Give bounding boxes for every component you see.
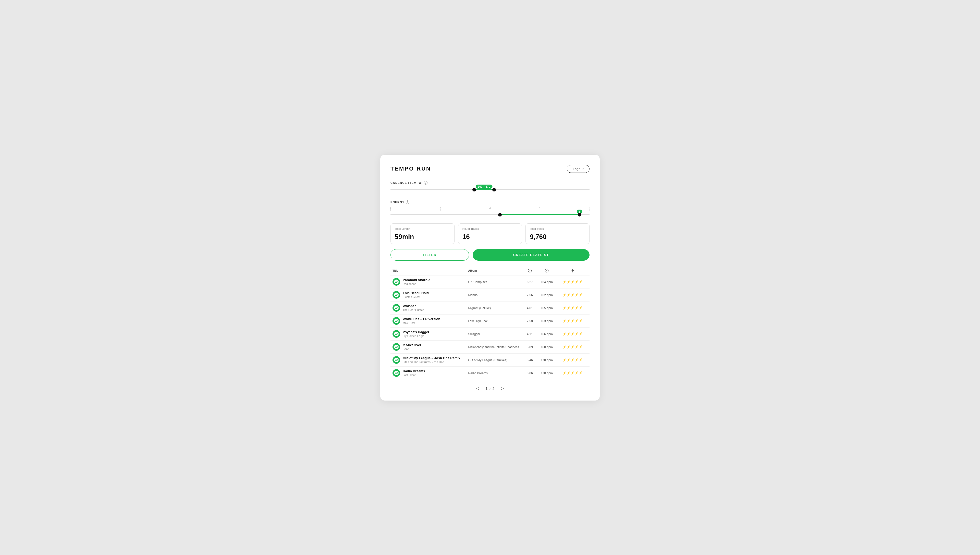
track-album-cell: Migrant (Deluxe) <box>466 301 522 314</box>
track-duration: 3:06 <box>527 371 533 375</box>
track-name: Out of My League – Josh One Remix <box>403 356 460 360</box>
prev-page-button[interactable]: < <box>474 385 481 392</box>
track-name: Paranoid Android <box>403 278 431 282</box>
table-row: White Lies – EP Version Max Frost Low Hi… <box>391 314 589 327</box>
track-energy-cell: ⚡⚡⚡⚡⚡ <box>556 353 589 366</box>
track-duration-cell: 4:11 <box>522 327 538 340</box>
track-bpm: 170 bpm <box>541 358 553 362</box>
track-duration-cell: 6:27 <box>522 275 538 288</box>
spotify-icon <box>392 278 400 286</box>
track-duration: 4:01 <box>527 306 533 310</box>
spotify-icon <box>392 291 400 299</box>
table-row: It Ain't Over Shad Melancholy and the In… <box>391 340 589 353</box>
track-bpm-cell: 162 bpm <box>538 288 556 301</box>
track-bpm-cell: 160 bpm <box>538 340 556 353</box>
track-name: Radio Dreams <box>403 369 425 373</box>
spotify-icon <box>392 369 400 377</box>
track-title-cell: This Head I Hold Electric Guest <box>391 288 466 301</box>
track-album: OK Computer <box>468 280 487 284</box>
track-duration: 3:09 <box>527 345 533 349</box>
track-bpm-cell: 165 bpm <box>538 301 556 314</box>
controls-section: CADENCE (TEMPO) ? 160 – 170 ENERGY ? <box>391 181 589 218</box>
track-artist: The Dear Hunter <box>403 308 424 311</box>
energy-thumb-left[interactable] <box>498 213 502 217</box>
cadence-control: CADENCE (TEMPO) ? 160 – 170 <box>391 181 589 193</box>
track-album: Radio Dreams <box>468 371 488 375</box>
track-artist: Shad <box>403 348 421 351</box>
track-energy-icons: ⚡⚡⚡⚡⚡ <box>557 358 588 362</box>
track-album: Migrant (Deluxe) <box>468 306 491 310</box>
track-bpm: 162 bpm <box>541 294 553 297</box>
track-name: Psyche's Dagger <box>403 330 429 334</box>
track-energy-icons: ⚡⚡⚡⚡⚡ <box>557 280 588 284</box>
action-row: FILTER CREATE PLAYLIST <box>391 249 589 261</box>
filter-button[interactable]: FILTER <box>391 249 469 261</box>
cadence-thumb-left[interactable] <box>472 188 476 191</box>
track-energy-cell: ⚡⚡⚡⚡⚡ <box>556 275 589 288</box>
track-energy-icons: ⚡⚡⚡⚡⚡ <box>557 332 588 336</box>
track-energy-cell: ⚡⚡⚡⚡⚡ <box>556 366 589 379</box>
track-duration-cell: 3:06 <box>522 366 538 379</box>
num-tracks-label: No. of Tracks <box>463 227 518 230</box>
energy-range <box>500 214 580 215</box>
app-title: TEMPO RUN <box>391 165 431 172</box>
spotify-icon <box>392 317 400 325</box>
track-bpm: 164 bpm <box>541 280 553 284</box>
cadence-track: 160 – 170 <box>391 189 589 190</box>
col-header-album: Album <box>466 266 522 275</box>
total-length-value: 59min <box>395 233 450 241</box>
table-row: Paranoid Android Radiohead OK Computer 6… <box>391 275 589 288</box>
track-bpm-cell: 164 bpm <box>538 275 556 288</box>
col-header-title: Title <box>391 266 466 275</box>
track-album: Low High Low <box>468 319 487 323</box>
track-name: This Head I Hold <box>403 291 429 295</box>
energy-slider[interactable]: 5 <box>391 211 589 218</box>
track-duration: 2:58 <box>527 319 533 323</box>
cadence-help-icon[interactable]: ? <box>424 181 428 184</box>
track-name: White Lies – EP Version <box>403 317 440 321</box>
energy-help-icon[interactable]: ? <box>406 201 409 204</box>
bpm-icon <box>544 269 549 273</box>
track-energy-cell: ⚡⚡⚡⚡⚡ <box>556 301 589 314</box>
spotify-icon <box>392 304 400 312</box>
cadence-thumb-right[interactable] <box>492 188 496 191</box>
track-energy-cell: ⚡⚡⚡⚡⚡ <box>556 340 589 353</box>
track-duration: 2:56 <box>527 294 533 297</box>
table-row: Psyche's Dagger Fly Golden Eagle Swagger… <box>391 327 589 340</box>
stats-row: Total Length 59min No. of Tracks 16 Tota… <box>391 223 589 244</box>
energy-control: ENERGY ? 1 2 3 4 5 <box>391 201 589 218</box>
track-energy-icons: ⚡⚡⚡⚡⚡ <box>557 345 588 349</box>
spotify-icon <box>392 343 400 351</box>
track-album: Mondo <box>468 294 477 297</box>
track-title-cell: Out of My League – Josh One Remix Fitz a… <box>391 353 466 366</box>
track-energy-icons: ⚡⚡⚡⚡⚡ <box>557 306 588 310</box>
track-energy-cell: ⚡⚡⚡⚡⚡ <box>556 288 589 301</box>
track-duration-cell: 4:01 <box>522 301 538 314</box>
track-album-cell: Radio Dreams <box>466 366 522 379</box>
track-title-cell: White Lies – EP Version Max Frost <box>391 314 466 327</box>
stat-total-length: Total Length 59min <box>391 223 455 244</box>
track-album-cell: OK Computer <box>466 275 522 288</box>
header: TEMPO RUN Logout <box>391 165 589 173</box>
track-bpm: 163 bpm <box>541 319 553 323</box>
track-duration: 4:11 <box>527 332 533 336</box>
track-energy-icons: ⚡⚡⚡⚡⚡ <box>557 319 588 323</box>
total-steps-label: Total Steps <box>530 227 585 230</box>
track-title-cell: It Ain't Over Shad <box>391 340 466 353</box>
track-duration-cell: 2:58 <box>522 314 538 327</box>
table-row: Out of My League – Josh One Remix Fitz a… <box>391 353 589 366</box>
track-duration: 6:27 <box>527 280 533 284</box>
track-duration: 3:46 <box>527 358 533 362</box>
track-artist: Radiohead <box>403 282 431 286</box>
energy-track: 5 <box>391 214 589 215</box>
next-page-button[interactable]: > <box>499 385 506 392</box>
track-bpm: 166 bpm <box>541 332 553 336</box>
create-playlist-button[interactable]: CREATE PLAYLIST <box>472 249 589 261</box>
logout-button[interactable]: Logout <box>567 165 589 173</box>
track-energy-cell: ⚡⚡⚡⚡⚡ <box>556 327 589 340</box>
total-steps-value: 9,760 <box>530 233 585 241</box>
page-info: 1 of 2 <box>485 387 494 391</box>
energy-thumb-right[interactable] <box>578 213 581 217</box>
cadence-slider[interactable]: 160 – 170 <box>391 186 589 193</box>
track-album: Out of My League (Remixes) <box>468 358 507 362</box>
